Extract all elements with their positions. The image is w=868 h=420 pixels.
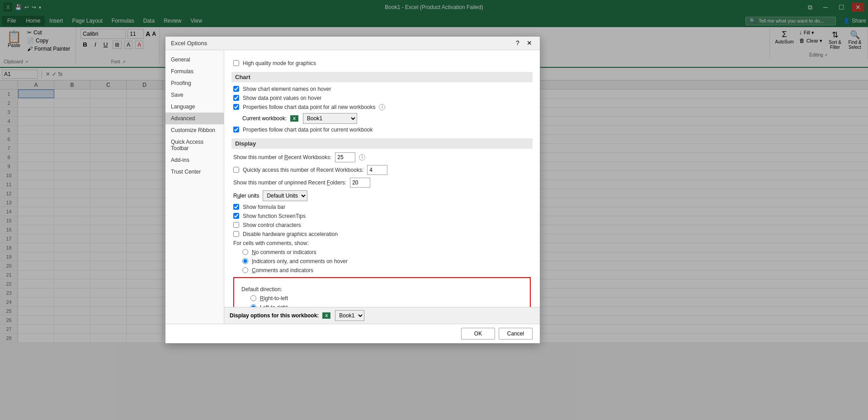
show-chart-names-checkbox[interactable]: [233, 86, 239, 92]
workbook-icon-2: X: [322, 312, 330, 319]
sidebar-advanced[interactable]: Advanced: [165, 113, 224, 124]
dialog-overlay: Excel Options ? ✕ General Formulas Proof…: [0, 0, 868, 343]
left-to-right-row: Left-to-right: [241, 304, 523, 307]
quick-access-checkbox[interactable]: [233, 167, 239, 173]
control-chars-label: Show control characters: [243, 222, 301, 228]
current-workbook-row: Current workbook: X Book1: [242, 113, 531, 124]
high-quality-label: High quality mode for graphics: [243, 60, 316, 66]
hardware-accel-label: Disable hardware graphics acceleration: [243, 231, 338, 237]
sidebar-add-ins[interactable]: Add-ins: [165, 154, 224, 166]
control-chars-checkbox[interactable]: [233, 222, 239, 228]
dialog-main-content: High quality mode for graphics Chart Sho…: [224, 50, 540, 307]
display-options-label: Display options for this workbook:: [230, 312, 319, 319]
recent-workbooks-input[interactable]: [335, 152, 355, 162]
current-workbook-label: Current workbook:: [242, 115, 287, 122]
screentips-row: Show function ScreenTips: [233, 213, 531, 219]
dialog-help-btn[interactable]: ?: [513, 38, 523, 48]
sidebar-formulas[interactable]: Formulas: [165, 66, 224, 77]
display-options-bar: Display options for this workbook: X Boo…: [224, 307, 540, 324]
comments-label-row: For cells with comments, show:: [233, 240, 531, 246]
sidebar-trust-center[interactable]: Trust Center: [165, 166, 224, 178]
properties-all-info-icon[interactable]: i: [379, 104, 385, 110]
show-data-values-label: Show data point values on hover: [243, 95, 321, 101]
dialog-sidebar: General Formulas Proofing Save Language …: [165, 50, 224, 324]
display-options-select[interactable]: Book1: [335, 310, 364, 321]
properties-all-checkbox[interactable]: [233, 104, 239, 110]
comments-indicators-label: Comments and indicators: [252, 267, 313, 274]
sidebar-proofing[interactable]: Proofing: [165, 77, 224, 89]
recent-workbooks-label: Show this number of Recent Workbooks:: [233, 154, 331, 160]
properties-current-checkbox[interactable]: [233, 127, 239, 132]
properties-current-label: Properties follow chart data point for c…: [243, 127, 373, 133]
ruler-units-select[interactable]: Default Units Inches Centimeters Millime…: [263, 190, 307, 201]
default-direction-label-row: Default direction:: [241, 286, 523, 293]
show-formula-bar-label: Show formula bar: [243, 204, 285, 210]
hardware-accel-checkbox[interactable]: [233, 231, 239, 237]
sidebar-customize-ribbon[interactable]: Customize Ribbon: [165, 124, 224, 136]
dialog-close-btn[interactable]: ✕: [524, 38, 534, 48]
indicators-only-row: Indicators only, and comments on hover: [233, 258, 531, 264]
right-to-left-radio[interactable]: [250, 295, 256, 301]
default-direction-label: Default direction:: [241, 286, 282, 293]
left-to-right-radio[interactable]: [250, 304, 256, 307]
right-to-left-row: Right-to-left: [241, 295, 523, 302]
indicators-only-radio[interactable]: [242, 258, 248, 264]
indicators-only-label: Indicators only, and comments on hover: [252, 258, 348, 264]
left-to-right-label: Left-to-right: [260, 304, 288, 307]
dialog-footer: OK Cancel: [165, 324, 540, 343]
comments-indicators-radio[interactable]: [242, 267, 248, 273]
show-chart-names-row: Show chart element names on hover: [233, 86, 531, 92]
properties-all-label: Properties follow chart data point for a…: [243, 104, 375, 110]
comments-section-label: For cells with comments, show:: [233, 240, 309, 246]
comments-indicators-row: Comments and indicators: [233, 267, 531, 274]
default-direction-box: Default direction: Right-to-left Left-to…: [233, 277, 531, 307]
display-section-header: Display: [231, 138, 533, 149]
no-comments-label: No comments or indicators: [252, 249, 316, 255]
high-quality-row: High quality mode for graphics: [233, 60, 531, 66]
quick-access-input[interactable]: [367, 165, 387, 175]
sidebar-general[interactable]: General: [165, 54, 224, 66]
show-data-values-row: Show data point values on hover: [233, 95, 531, 101]
sidebar-quick-access[interactable]: Quick Access Toolbar: [165, 136, 224, 154]
dialog-title-btns: ? ✕: [513, 38, 534, 48]
sidebar-language[interactable]: Language: [165, 101, 224, 113]
hardware-accel-row: Disable hardware graphics acceleration: [233, 231, 531, 237]
sidebar-save[interactable]: Save: [165, 89, 224, 101]
high-quality-checkbox[interactable]: [233, 60, 239, 66]
dialog-body: General Formulas Proofing Save Language …: [165, 50, 540, 324]
right-to-left-label: Right-to-left: [260, 295, 288, 302]
ruler-label: Ruler units: [233, 193, 259, 199]
show-data-values-checkbox[interactable]: [233, 95, 239, 101]
chart-section-header: Chart: [231, 72, 533, 82]
formula-bar-row: Show formula bar: [233, 204, 531, 210]
dialog-title-bar: Excel Options ? ✕: [165, 37, 540, 50]
quick-access-row: Quickly access this number of Recent Wor…: [233, 165, 531, 175]
properties-all-row: Properties follow chart data point for a…: [233, 104, 531, 110]
no-comments-radio[interactable]: [242, 249, 248, 255]
control-chars-row: Show control characters: [233, 222, 531, 228]
excel-options-dialog: Excel Options ? ✕ General Formulas Proof…: [165, 36, 540, 343]
recent-workbooks-info-icon[interactable]: i: [359, 154, 365, 160]
properties-current-row: Properties follow chart data point for c…: [233, 127, 531, 133]
show-chart-names-label: Show chart element names on hover: [243, 86, 331, 92]
cancel-button[interactable]: Cancel: [499, 328, 533, 340]
screentips-label: Show function ScreenTips: [243, 213, 306, 219]
screentips-checkbox[interactable]: [233, 213, 239, 219]
dialog-title: Excel Options: [171, 40, 207, 47]
show-formula-bar-checkbox[interactable]: [233, 204, 239, 210]
current-workbook-select[interactable]: Book1: [303, 113, 357, 124]
recent-folders-label: Show this number of unpinned Recent Fold…: [233, 179, 346, 186]
ruler-row: Ruler units Default Units Inches Centime…: [233, 190, 531, 201]
workbook-icon: X: [290, 115, 298, 122]
quick-access-label: Quickly access this number of Recent Wor…: [243, 167, 363, 173]
recent-workbooks-row: Show this number of Recent Workbooks: i: [233, 152, 531, 162]
recent-folders-input[interactable]: [350, 178, 370, 188]
no-comments-row: No comments or indicators: [233, 249, 531, 255]
recent-folders-row: Show this number of unpinned Recent Fold…: [233, 178, 531, 188]
ok-button[interactable]: OK: [461, 328, 495, 340]
